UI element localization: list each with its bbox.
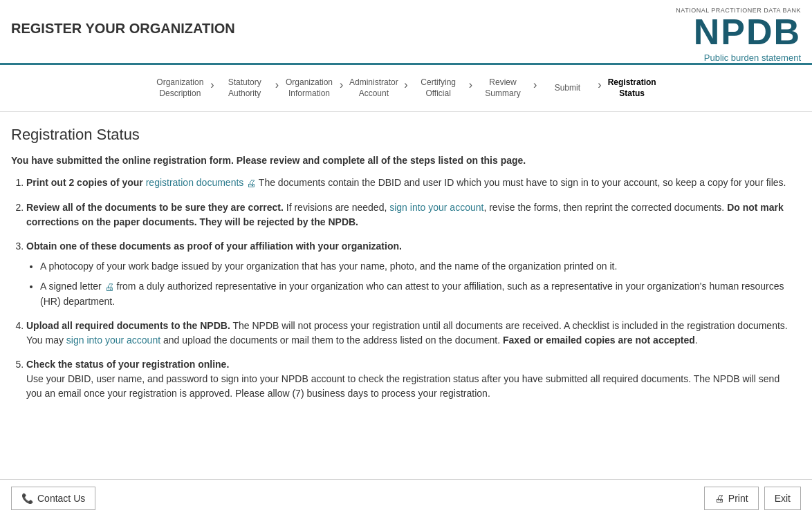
- step-statutory-authority: StatutoryAuthority: [217, 77, 273, 99]
- list-item: Review all of the documents to be sure t…: [26, 200, 791, 229]
- bullet-item: A photocopy of your work badge issued by…: [40, 259, 791, 274]
- step-administrator-account: AdministratorAccount: [346, 77, 401, 99]
- step-organization-description: OrganizationDescription: [152, 77, 207, 99]
- page-title: Registration Status: [11, 126, 791, 144]
- main-content: Registration Status You have submitted t…: [0, 112, 802, 424]
- print-label: Print: [728, 493, 748, 504]
- step4-bold: Upload all required documents to the NPD…: [26, 320, 230, 331]
- step-organization-information: OrganizationInformation: [282, 77, 337, 99]
- npdb-logo: National Practitioner Data Bank NPDB: [676, 7, 801, 50]
- phone-icon: 📞: [21, 493, 33, 504]
- public-burden-link[interactable]: Public burden statement: [704, 53, 801, 63]
- print-icon: 🖨: [714, 493, 724, 504]
- step1-rest: The documents contain the DBID and user …: [259, 177, 786, 188]
- list-item: Check the status of your registration on…: [26, 357, 791, 401]
- footer: 📞 Contact Us 🖨 Print Exit: [0, 479, 812, 517]
- step4-bold2: Faxed or emailed copies are not accepted: [503, 335, 695, 346]
- step1-bold: Print out 2 copies of your: [26, 177, 146, 188]
- list-item: Print out 2 copies of your registration …: [26, 176, 791, 191]
- list-item: Obtain one of these documents as proof o…: [26, 239, 791, 309]
- sign-in-link-2[interactable]: sign into your account: [66, 335, 160, 346]
- bullet-item: A signed letter 🖨 from a duly authorized…: [40, 279, 791, 309]
- step-registration-status: RegistrationStatus: [605, 77, 660, 99]
- step5-bold: Check the status of your registration on…: [26, 359, 229, 370]
- exit-label: Exit: [775, 493, 791, 504]
- exit-button[interactable]: Exit: [764, 487, 801, 510]
- step2-rest1: If revisions are needed,: [284, 202, 389, 213]
- arrow-5: ›: [469, 79, 472, 98]
- contact-us-button[interactable]: 📞 Contact Us: [11, 487, 95, 510]
- arrow-1: ›: [210, 79, 214, 98]
- arrow-6: ›: [533, 79, 537, 98]
- header: REGISTER YOUR ORGANIZATION National Prac…: [0, 0, 812, 65]
- step3-bold: Obtain one of these documents as proof o…: [26, 241, 402, 252]
- intro-text: You have submitted the online registrati…: [11, 155, 791, 166]
- list-item: Upload all required documents to the NPD…: [26, 319, 791, 348]
- npdb-logo-main: NPDB: [694, 14, 801, 50]
- instructions-list: Print out 2 copies of your registration …: [11, 176, 791, 401]
- printer-icon-2: 🖨: [104, 281, 114, 292]
- arrow-7: ›: [598, 79, 601, 98]
- registration-docs-link[interactable]: registration documents: [146, 177, 244, 188]
- printer-icon: 🖨: [246, 178, 256, 189]
- step5-rest: Use your DBID, user name, and password t…: [26, 373, 779, 399]
- step4-rest2: and upload the documents or mail them to…: [160, 335, 503, 346]
- arrow-4: ›: [404, 79, 407, 98]
- step-review-summary: ReviewSummary: [475, 77, 530, 99]
- contact-us-label: Contact Us: [37, 493, 85, 504]
- step-submit: Submit: [539, 83, 595, 94]
- step2-bold: Review all of the documents to be sure t…: [26, 202, 284, 213]
- print-button[interactable]: 🖨 Print: [704, 487, 759, 510]
- step4-period: .: [695, 335, 698, 346]
- step2-rest2: , revise the forms, then reprint the cor…: [483, 202, 727, 213]
- progress-bar: OrganizationDescription › StatutoryAutho…: [0, 65, 812, 112]
- footer-right: 🖨 Print Exit: [704, 487, 801, 510]
- step3-bullets: A photocopy of your work badge issued by…: [26, 259, 791, 309]
- arrow-3: ›: [340, 79, 343, 98]
- header-right: National Practitioner Data Bank NPDB Pub…: [676, 7, 801, 63]
- step-certifying-official: CertifyingOfficial: [411, 77, 466, 99]
- sign-in-link-1[interactable]: sign into your account: [389, 202, 483, 213]
- arrow-2: ›: [275, 79, 279, 98]
- page-header-title: REGISTER YOUR ORGANIZATION: [11, 7, 235, 37]
